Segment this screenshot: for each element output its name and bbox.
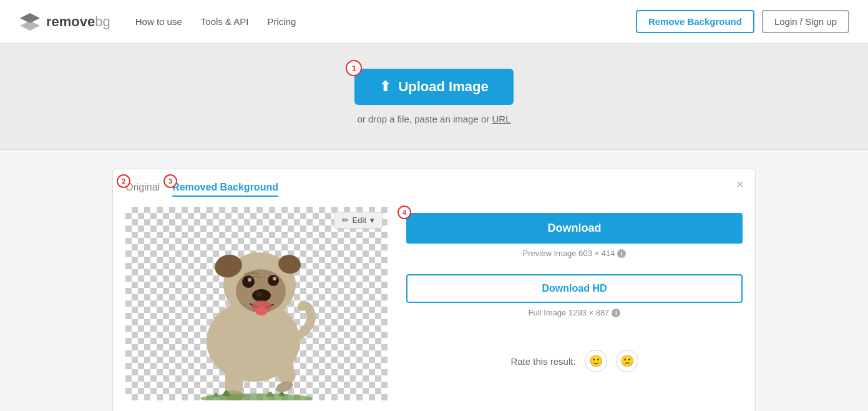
step-1-badge: 1	[346, 60, 362, 76]
svg-point-10	[273, 277, 276, 280]
main-content: × 2 Original 3 Removed Background	[0, 150, 868, 411]
preview-info: Preview Image 603 × 414 i	[406, 249, 743, 258]
svg-point-14	[255, 307, 268, 315]
nav-pricing[interactable]: Pricing	[268, 16, 296, 27]
happy-icon: 🙂	[589, 354, 603, 368]
rate-happy-button[interactable]: 🙂	[585, 350, 607, 372]
logo-text-remove: remove	[46, 14, 95, 29]
full-info: Full Image 1293 × 887 i	[406, 308, 743, 317]
tab-original[interactable]: 2 Original	[125, 182, 160, 197]
svg-point-8	[268, 275, 279, 286]
upload-sub-text: or drop a file, paste an image or URL	[358, 114, 511, 124]
upload-icon: ⬆	[379, 79, 391, 95]
url-link[interactable]: URL	[492, 114, 510, 124]
edit-button[interactable]: ✏ Edit ▾	[334, 212, 383, 229]
navbar: removebg How to use Tools & API Pricing …	[0, 0, 868, 44]
upload-button-label: Upload Image	[398, 79, 488, 95]
rate-sad-button[interactable]: 🙁	[616, 350, 638, 372]
step-3-badge: 3	[163, 174, 177, 188]
logo: removebg	[19, 11, 110, 33]
tabs: 2 Original 3 Removed Background	[125, 182, 743, 197]
nav-how-to-use[interactable]: How to use	[135, 16, 182, 27]
svg-point-12	[256, 292, 262, 297]
login-signup-button[interactable]: Login / Sign up	[762, 10, 849, 33]
edit-label: Edit	[353, 215, 366, 225]
logo-text-bg: bg	[95, 14, 110, 29]
rate-section: Rate this result: 🙂 🙁	[406, 350, 743, 372]
pug-svg	[178, 219, 334, 400]
svg-point-9	[248, 278, 251, 282]
sad-icon: 🙁	[620, 354, 634, 368]
full-info-icon: i	[612, 309, 620, 317]
step-4-badge: 4	[397, 206, 411, 219]
preview-info-icon: i	[617, 249, 626, 258]
nav-actions: Remove Background Login / Sign up	[636, 10, 849, 33]
upload-section: 1 ⬆ Upload Image or drop a file, paste a…	[0, 44, 868, 150]
rate-label: Rate this result:	[510, 356, 575, 367]
logo-icon	[19, 11, 41, 33]
upload-image-button[interactable]: 1 ⬆ Upload Image	[354, 69, 513, 105]
nav-tools-api[interactable]: Tools & API	[201, 16, 249, 27]
step-2-badge: 2	[117, 174, 130, 188]
result-body: ✏ Edit ▾ 4 Download Preview Image 603 × …	[125, 207, 743, 400]
image-container: ✏ Edit ▾	[125, 207, 388, 400]
tab-removed-background[interactable]: 3 Removed Background	[172, 182, 278, 197]
nav-links: How to use Tools & API Pricing	[135, 16, 636, 27]
dropdown-arrow-icon: ▾	[370, 215, 374, 225]
pug-image	[125, 207, 388, 400]
svg-marker-1	[20, 21, 40, 31]
download-hd-button[interactable]: Download HD	[406, 274, 743, 303]
result-panel: × 2 Original 3 Removed Background	[112, 169, 756, 411]
download-badge-wrapper: 4 Download	[406, 213, 743, 244]
download-button[interactable]: Download	[406, 213, 743, 244]
edit-icon: ✏	[342, 215, 349, 225]
sidebar-actions: 4 Download Preview Image 603 × 414 i Dow…	[406, 207, 743, 372]
remove-background-button[interactable]: Remove Background	[636, 10, 754, 33]
